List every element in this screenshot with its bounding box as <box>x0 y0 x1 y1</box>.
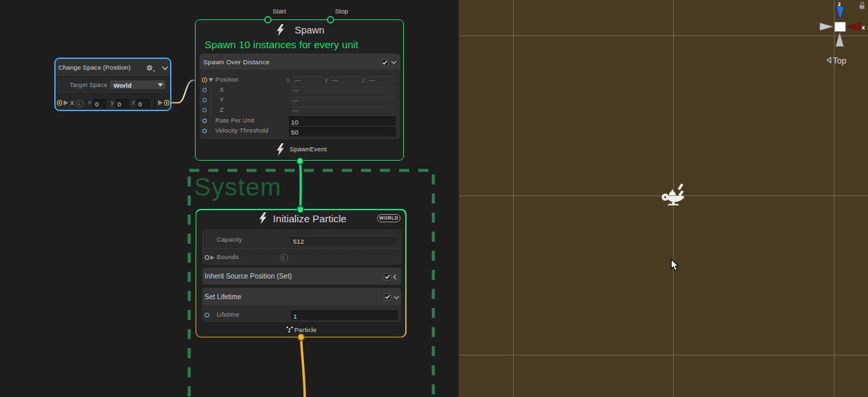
svg-text:Top: Top <box>833 56 847 66</box>
svg-text:x: x <box>862 24 865 31</box>
